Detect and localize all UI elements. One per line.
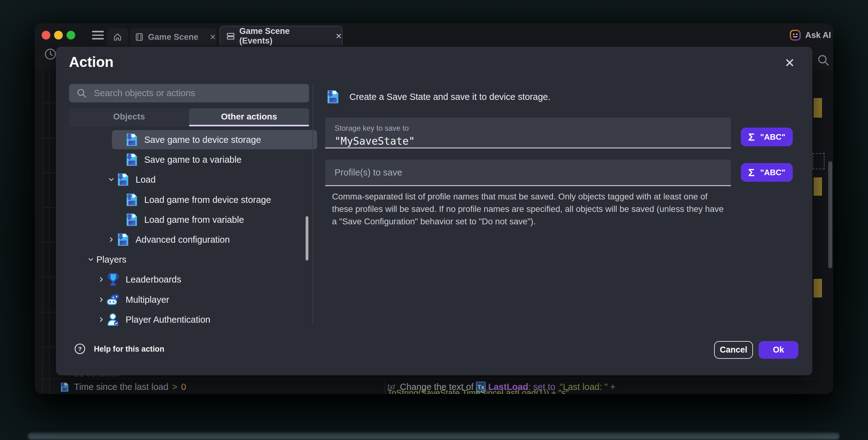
menu-icon[interactable] <box>92 31 104 42</box>
ask-ai-icon <box>789 30 801 41</box>
event-highlight-block <box>814 177 822 196</box>
scene-icon <box>135 33 144 41</box>
save-up-icon <box>125 193 138 207</box>
tree-item[interactable]: Save game to a variable <box>69 150 309 169</box>
condition-operator: > <box>172 382 178 392</box>
ok-button[interactable]: Ok <box>758 341 798 359</box>
tab-active-underline <box>189 125 309 126</box>
events-row-divider <box>42 207 56 208</box>
action-description-row: Create a Save State and save it to devic… <box>326 90 550 104</box>
desktop-glow <box>28 433 839 439</box>
tree-item[interactable]: Save game to device storage <box>69 130 309 149</box>
tree-scrollbar[interactable] <box>306 216 308 260</box>
dialog-title: Action <box>69 54 114 70</box>
events-grid-line <box>42 70 43 394</box>
chevron-right-icon[interactable] <box>98 276 105 283</box>
home-icon <box>113 33 122 41</box>
action-dialog: Action ✕ Search objects or actions Objec… <box>56 47 812 375</box>
help-label: Help for this action <box>94 345 164 353</box>
traffic-light-minimize[interactable] <box>54 31 63 39</box>
events-row-divider <box>42 172 56 173</box>
events-column-divider <box>384 379 385 394</box>
field-placeholder: Profile(s) to save <box>335 168 402 178</box>
expression-editor-button[interactable]: Σ "ABC" <box>741 163 793 182</box>
ask-ai-button[interactable]: Ask AI <box>789 30 831 41</box>
profiles-field[interactable]: Profile(s) to save <box>325 159 731 186</box>
search-icon <box>76 88 87 99</box>
dialog-close-icon[interactable]: ✕ <box>780 54 799 72</box>
window-titlebar: Game Scene ✕ Game Scene (Events) ✕ Ask A… <box>35 23 833 46</box>
tab-game-scene[interactable]: Game Scene ✕ <box>130 28 216 46</box>
gamepad-icon <box>106 293 120 306</box>
events-row-divider <box>42 277 56 277</box>
chevron-down-icon[interactable] <box>87 256 94 263</box>
tree-item[interactable]: Multiplayer <box>69 290 309 309</box>
tab-close-icon[interactable]: ✕ <box>336 32 342 41</box>
cancel-button[interactable]: Cancel <box>714 341 753 359</box>
help-icon: ? <box>74 343 86 355</box>
save-down-icon <box>125 153 138 167</box>
event-condition-row[interactable]: Time since the last load > 0 <box>60 380 186 394</box>
events-row-divider <box>42 378 813 379</box>
help-for-action-link[interactable]: ? Help for this action <box>74 343 164 355</box>
events-row-divider <box>42 347 56 347</box>
history-icon[interactable] <box>43 47 57 61</box>
chevron-right-icon[interactable] <box>98 296 105 303</box>
screenshot-stage: Game Scene ✕ Game Scene (Events) ✕ Ask A… <box>0 0 868 440</box>
tree-item-label: Save game to device storage <box>144 135 261 145</box>
storage-key-field[interactable]: Storage key to save to "MySaveState" <box>325 118 731 148</box>
tree-item[interactable]: Players <box>69 250 309 269</box>
events-scrollbar[interactable] <box>828 161 832 268</box>
tree-item-label: Load game from device storage <box>144 195 271 205</box>
tab-close-icon[interactable]: ✕ <box>210 33 216 42</box>
save-down-icon <box>116 173 130 186</box>
event-highlight-block <box>814 279 822 297</box>
events-row-divider <box>42 242 56 243</box>
tree-item-label: Load <box>135 175 156 185</box>
tree-item[interactable]: Load <box>69 170 309 189</box>
tab-label: Game Scene <box>148 32 198 42</box>
events-row-divider <box>42 103 56 103</box>
events-icon <box>226 32 235 40</box>
tree-item-label: Save game to a variable <box>144 155 242 165</box>
tab-objects[interactable]: Objects <box>69 108 189 125</box>
chevron-down-icon[interactable] <box>107 176 115 183</box>
expression-editor-button[interactable]: Σ "ABC" <box>741 127 793 146</box>
tab-other-actions[interactable]: Other actions <box>189 108 309 125</box>
traffic-light-zoom[interactable] <box>66 31 75 39</box>
save-down-icon <box>125 133 138 147</box>
tab-game-scene-events[interactable]: Game Scene (Events) ✕ <box>219 26 343 46</box>
field-help-text: Comma-separated list of profile names th… <box>332 190 724 228</box>
field-label: Storage key to save to <box>335 124 731 133</box>
tree-item[interactable]: Player Authentication <box>69 310 309 329</box>
save-up-icon <box>125 213 138 227</box>
tab-label: Game Scene (Events) <box>239 26 324 46</box>
traffic-light-close[interactable] <box>42 31 50 39</box>
save-state-icon <box>326 90 340 104</box>
tree-item-label: Players <box>96 255 127 265</box>
tree-item[interactable]: Load game from variable <box>69 210 309 229</box>
action-value-line2: ToString(SaveState.TimeSinceLastLoad(1))… <box>388 388 569 394</box>
condition-value: 0 <box>181 382 186 392</box>
events-row-divider <box>42 138 56 138</box>
trophy-icon <box>106 272 120 286</box>
chevron-right-icon[interactable] <box>107 236 115 243</box>
dialog-tabstrip: Objects Other actions <box>69 108 309 126</box>
abc-label: "ABC" <box>760 132 785 142</box>
tree-item[interactable]: Leaderboards <box>69 270 309 289</box>
sigma-icon: Σ <box>748 167 754 179</box>
chevron-right-icon[interactable] <box>98 316 105 323</box>
condition-text: Time since the last load <box>74 382 168 392</box>
tree-item[interactable]: Load game from device storage <box>69 190 309 209</box>
action-description: Create a Save State and save it to devic… <box>349 92 550 102</box>
svg-text:?: ? <box>78 346 82 352</box>
save-down-icon <box>116 233 130 246</box>
tab-home[interactable] <box>107 28 128 46</box>
events-search-icon[interactable] <box>817 54 830 67</box>
person-icon <box>106 313 120 326</box>
tree-item[interactable]: Advanced configuration <box>69 230 309 249</box>
field-value: "MySaveState" <box>335 135 731 147</box>
search-placeholder: Search objects or actions <box>94 88 195 98</box>
search-input[interactable]: Search objects or actions <box>69 84 309 102</box>
tree-item-label: Advanced configuration <box>135 235 230 245</box>
